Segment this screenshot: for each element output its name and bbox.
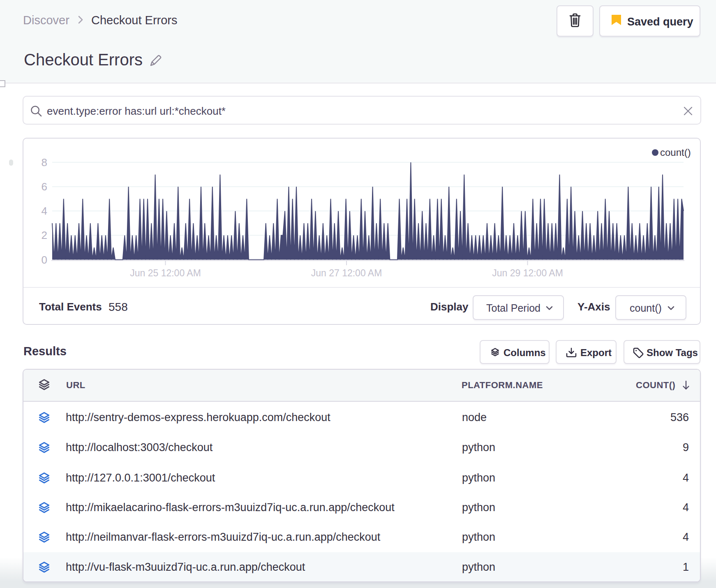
svg-text:Jun 29 12:00 AM: Jun 29 12:00 AM	[492, 268, 563, 278]
svg-text:0: 0	[42, 254, 47, 266]
svg-text:Jun 27 12:00 AM: Jun 27 12:00 AM	[311, 268, 382, 278]
svg-text:6: 6	[42, 181, 47, 193]
svg-text:Jun 25 12:00 AM: Jun 25 12:00 AM	[130, 268, 201, 278]
svg-text:2: 2	[42, 229, 47, 241]
svg-text:4: 4	[42, 205, 47, 217]
svg-text:count(): count()	[660, 147, 691, 158]
svg-text:8: 8	[42, 156, 47, 169]
